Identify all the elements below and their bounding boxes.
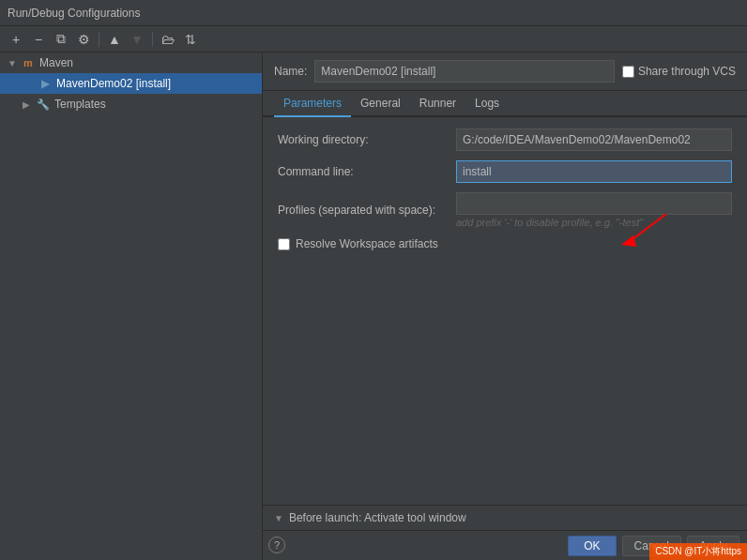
settings-button[interactable]: ⚙ <box>73 29 94 50</box>
resolve-checkbox[interactable] <box>278 238 290 250</box>
right-panel: Name: Share through VCS Parameters Gener… <box>263 53 747 560</box>
csdn-watermark: CSDN @IT小将https <box>649 543 747 560</box>
mavendemo-label: MavenDemo02 [install] <box>56 77 171 90</box>
templates-label: Templates <box>54 98 106 111</box>
command-line-label: Command line: <box>278 165 456 178</box>
left-panel: ▼ m Maven ▶ MavenDemo02 [install] ▶ 🔧 Te… <box>0 53 263 560</box>
ok-button[interactable]: OK <box>568 536 616 556</box>
tree-item-maven[interactable]: ▼ m Maven <box>0 53 262 73</box>
before-launch-text: Before launch: Activate tool window <box>289 511 466 524</box>
title-bar: Run/Debug Configurations <box>0 0 747 26</box>
command-line-input[interactable] <box>456 160 732 183</box>
tab-logs[interactable]: Logs <box>465 91 509 117</box>
toolbar-separator <box>99 32 99 47</box>
down-button: ▼ <box>127 29 147 50</box>
add-button[interactable]: + <box>6 29 26 50</box>
tabs-bar: Parameters General Runner Logs <box>263 91 747 117</box>
title-text: Run/Debug Configurations <box>8 7 140 20</box>
before-launch-bar: ▼ Before launch: Activate tool window <box>263 505 747 530</box>
tab-parameters[interactable]: Parameters <box>274 91 351 117</box>
before-launch-arrow: ▼ <box>274 513 283 523</box>
working-dir-row: Working directory: <box>278 129 732 151</box>
bottom-bar: ? OK Cancel Apply CSDN @IT小将https <box>263 530 747 560</box>
tab-runner[interactable]: Runner <box>410 91 465 117</box>
profiles-input-container: add prefix '-' to disable profile, e.g. … <box>456 192 732 228</box>
tree-arrow-templates: ▶ <box>23 99 36 110</box>
wrench-icon: 🔧 <box>36 97 51 112</box>
sort-button[interactable]: ⇅ <box>180 29 201 50</box>
profiles-label: Profiles (separated with space): <box>278 204 456 217</box>
profiles-row: Profiles (separated with space): add pre… <box>278 192 732 228</box>
name-input[interactable] <box>314 60 615 83</box>
tree-item-templates[interactable]: ▶ 🔧 Templates <box>0 94 262 114</box>
share-checkbox[interactable] <box>622 66 634 78</box>
tab-general[interactable]: General <box>351 91 410 117</box>
toolbar: + − ⧉ ⚙ ▲ ▼ 🗁 ⇅ <box>0 26 747 53</box>
profiles-hint: add prefix '-' to disable profile, e.g. … <box>456 217 732 228</box>
command-line-row: Command line: <box>278 160 732 183</box>
maven-label: Maven <box>39 56 73 69</box>
main-layout: ▼ m Maven ▶ MavenDemo02 [install] ▶ 🔧 Te… <box>0 53 747 560</box>
working-dir-label: Working directory: <box>278 133 456 146</box>
tree-arrow-maven: ▼ <box>8 58 21 68</box>
profiles-input[interactable] <box>456 192 732 215</box>
maven-run-icon: ▶ <box>38 76 53 91</box>
share-row: Share through VCS <box>622 65 736 78</box>
resolve-label: Resolve Workspace artifacts <box>296 237 438 250</box>
folder-button[interactable]: 🗁 <box>158 29 178 50</box>
toolbar-separator2 <box>152 32 153 47</box>
help-button[interactable]: ? <box>268 537 285 553</box>
name-label: Name: <box>274 65 307 78</box>
tree-item-mavendemo[interactable]: ▶ MavenDemo02 [install] <box>0 73 262 94</box>
share-label: Share through VCS <box>638 65 736 78</box>
copy-button[interactable]: ⧉ <box>51 29 71 50</box>
form-area: Working directory: Command line: Profile… <box>263 117 747 505</box>
remove-button[interactable]: − <box>28 29 49 50</box>
working-dir-input[interactable] <box>456 129 732 151</box>
maven-icon: m <box>21 55 36 70</box>
resolve-container: Resolve Workspace artifacts <box>278 237 732 250</box>
resolve-checkbox-row: Resolve Workspace artifacts <box>278 237 732 250</box>
name-row: Name: Share through VCS <box>263 53 747 91</box>
up-button[interactable]: ▲ <box>104 29 125 50</box>
